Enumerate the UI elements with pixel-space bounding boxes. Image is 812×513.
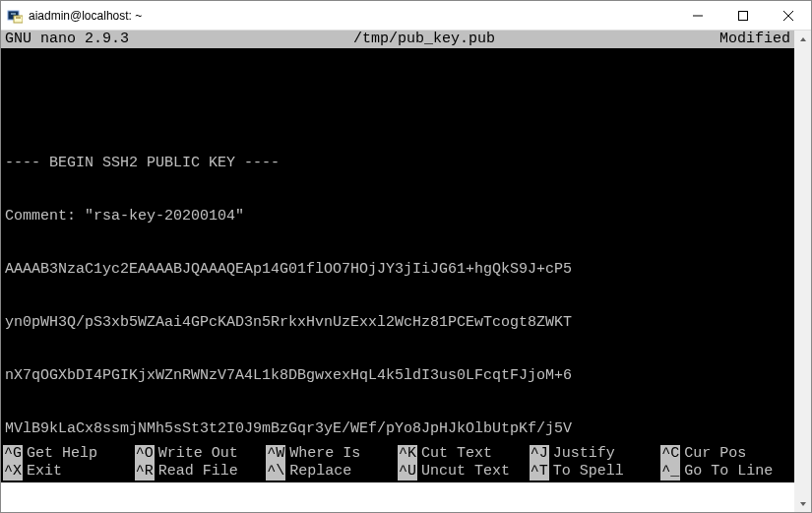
window-controls: [675, 1, 811, 30]
scroll-up-button[interactable]: [794, 31, 811, 47]
svg-rect-5: [739, 11, 748, 20]
minimize-button[interactable]: [675, 1, 720, 30]
nano-title-bar: GNU nano 2.9.3 /tmp/pub_key.pub Modified: [1, 31, 794, 48]
editor-content[interactable]: ---- BEGIN SSH2 PUBLIC KEY ---- Comment:…: [1, 66, 794, 445]
shortcut-cur-pos: ^CCur Pos: [660, 445, 792, 463]
nano-filename: /tmp/pub_key.pub: [129, 31, 719, 48]
shortcut-exit: ^XExit: [3, 463, 135, 481]
nano-version: GNU nano 2.9.3: [5, 31, 129, 48]
shortcut-replace: ^\Replace: [266, 463, 398, 481]
shortcut-to-spell: ^TTo Spell: [530, 463, 661, 481]
shortcut-where-is: ^WWhere Is: [266, 445, 398, 463]
shortcut-justify: ^JJustify: [530, 445, 661, 463]
file-line: AAAAB3NzaC1yc2EAAAABJQAAAQEAp14G01flOO7H…: [5, 261, 790, 279]
putty-icon: [7, 8, 23, 24]
file-line: MVlB9kLaCx8ssmjNMh5sSt3t2I0J9mBzGqr3yE/W…: [5, 420, 790, 438]
file-line: ---- BEGIN SSH2 PUBLIC KEY ----: [5, 155, 790, 172]
window-title: aiadmin@localhost: ~: [29, 9, 675, 23]
shortcut-uncut-text: ^UUncut Text: [398, 463, 530, 481]
file-line: Comment: "rsa-key-20200104": [5, 208, 790, 225]
nano-status: Modified: [719, 31, 790, 48]
maximize-button[interactable]: [720, 1, 766, 30]
shortcut-read-file: ^RRead File: [135, 463, 267, 481]
shortcut-go-to-line: ^_Go To Line: [660, 463, 792, 481]
nano-shortcut-bar: ^GGet Help ^OWrite Out ^WWhere Is ^KCut …: [1, 445, 794, 482]
file-line: yn0pWH3Q/pS3xb5WZAai4GPcKAD3n5RrkxHvnUzE…: [5, 314, 790, 332]
vertical-scrollbar[interactable]: [794, 31, 811, 512]
window-title-bar[interactable]: aiadmin@localhost: ~: [1, 1, 811, 31]
file-line: [5, 101, 790, 119]
scroll-down-button[interactable]: [794, 495, 811, 512]
scroll-track[interactable]: [794, 47, 811, 495]
shortcut-get-help: ^GGet Help: [3, 445, 135, 463]
svg-rect-1: [14, 16, 23, 23]
shortcut-cut-text: ^KCut Text: [398, 445, 530, 463]
close-button[interactable]: [766, 1, 811, 30]
shortcut-write-out: ^OWrite Out: [135, 445, 267, 463]
terminal[interactable]: GNU nano 2.9.3 /tmp/pub_key.pub Modified…: [1, 31, 794, 482]
file-line: nX7qOGXbDI4PGIKjxWZnRWNzV7A4L1k8DBgwxexH…: [5, 367, 790, 385]
